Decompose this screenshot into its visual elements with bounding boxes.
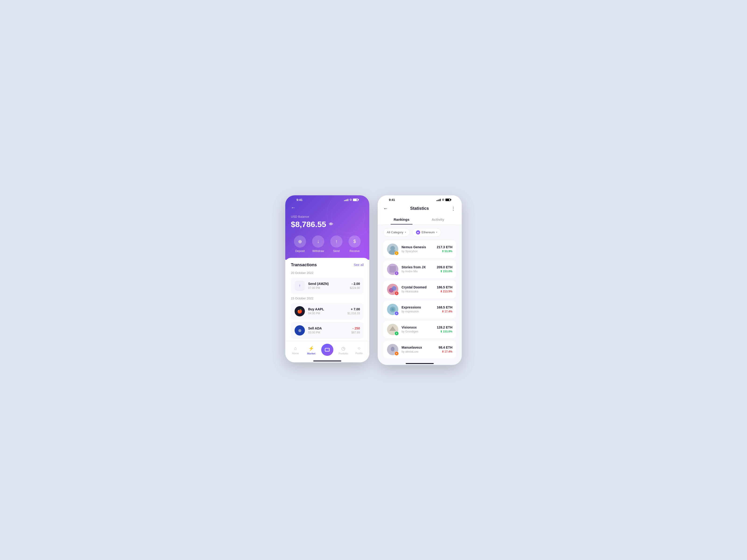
withdraw-label: Withdraw [312,249,324,253]
rank-values-4: 168.5 ETH ⬇ 17.4% [437,305,453,313]
ranking-item-4[interactable]: 4 Expressions by expression 168.5 ETH ⬇ … [383,300,456,318]
tx-icon-apple: 🍎 [294,306,305,316]
send-button[interactable]: ↑ Send [330,235,342,253]
balance-amount: $8,786.55 👁 [291,220,364,229]
up-arrow-icon-1: ⬆ [442,250,444,253]
tx-change-aapl: + 7.00 [347,307,360,311]
rank-name-5: Visionxxx [402,325,434,329]
tab-rankings[interactable]: Rankings [383,215,420,224]
tx-info-sell-ada: Sell ADA 03:00 PM [308,326,348,334]
time-1: 9:41 [297,198,303,202]
filters-row: All Category ▾ ◆ Ethereum ▾ [378,224,462,240]
back-button-2[interactable]: ← [383,206,388,211]
down-arrow-icon-3: ⬇ [440,290,442,293]
rank-pct-2: ⬆ 153.0% [437,270,453,273]
phones-container: 9:41 ⊙ ← USD Balance $8,786.55 [285,195,462,365]
category-filter[interactable]: All Category ▾ [383,228,410,237]
nav-profile[interactable]: ○ Profile [353,346,365,355]
transaction-item-send-amzn[interactable]: ↑ Send (AMZN) 07:00 PM - 2.00 $224.90 [291,277,364,294]
rank-pct-val-2: 153.0% [443,270,453,273]
nav-home-label: Home [292,352,299,355]
date-group-1: 20 October 2022 [291,271,364,275]
rank-by-4: by expression [402,310,434,313]
more-options-button[interactable]: ⋮ [451,206,456,211]
tx-usd-ada: $87.69 [351,331,360,334]
rank-eth-3: 186.5 ETH [437,285,453,289]
rank-values-3: 186.5 ETH ⬇ 213.5% [437,285,453,293]
rank-info-3: Crystal Doomed by Akarasaka [402,285,434,293]
eye-icon[interactable]: 👁 [329,222,333,227]
home-indicator-1 [285,361,369,363]
tx-time-aapl: 04:00 PM [308,312,344,315]
status-bar-1: 9:41 ⊙ [291,195,364,203]
rank-by-3: by Akarasaka [402,290,434,293]
nav-market[interactable]: ⚡ Market [305,346,317,355]
rank-info-6: Manuelaveux by alesiaLuxx [402,346,435,353]
rank-values-1: 217.3 ETH ⬆ 53.9% [437,245,453,253]
svg-point-8 [392,286,396,291]
nav-market-label: Market [307,352,315,355]
nav-portfolio-label: Portfolio [338,352,348,355]
rank-by-1: by Spacybox [402,250,434,253]
rank-avatar-wrap-4: 4 [387,304,398,315]
receive-label: Receive [350,249,360,253]
tx-icon-ada: ◎ [294,325,305,336]
rank-info-1: Nemus Genesis by Spacybox [402,245,434,253]
svg-rect-5 [389,266,396,272]
rank-values-2: 209.0 ETH ⬆ 153.0% [437,265,453,273]
wifi-icon: ⊙ [350,198,352,202]
rank-info-2: Stories from JX by Andre Mix [402,265,434,273]
rank-pct-val-6: 17.4% [444,350,453,353]
rank-name-4: Expressions [402,305,434,309]
withdraw-button[interactable]: ↓ Withdraw [312,235,324,253]
rank-pct-val-4: 17.4% [444,310,453,313]
tx-amounts-aapl: + 7.00 $1,016.33 [347,307,360,315]
rank-eth-2: 209.0 ETH [437,265,453,269]
category-filter-label: All Category [387,231,403,234]
phone2-header: 9:41 ⊙ ← Statistics ⋮ [378,195,462,224]
status-icons-2: ⊙ [437,198,450,202]
statistics-title: Statistics [410,206,429,211]
transactions-header: Transactions See all [291,263,364,267]
rank-by-5: by Grondigen [402,330,434,333]
down-arrow-icon-6: ⬇ [442,350,444,353]
currency-chevron-icon: ▾ [436,231,437,234]
deposit-button[interactable]: ⊕ Deposit [294,235,306,253]
rankings-list: 1 Nemus Genesis by Spacybox 217.3 ETH ⬆ … [378,240,462,358]
svg-rect-0 [325,348,329,351]
nav-wallet-center[interactable] [321,345,333,356]
back-button-1[interactable]: ← [291,203,295,212]
tx-time-ada: 03:00 PM [308,331,348,334]
rank-badge-5: 5 [394,331,399,336]
battery-icon [353,198,358,201]
ranking-item-5[interactable]: 5 Visionxxx by Grondigen 128.2 ETH ⬆ 153… [383,321,456,338]
rank-eth-4: 168.5 ETH [437,305,453,309]
tab-activity[interactable]: Activity [420,215,456,224]
ranking-item-2[interactable]: 2 Stories from JX by Andre Mix 209.0 ETH… [383,260,456,278]
up-arrow-icon-2: ⬆ [440,270,442,273]
svg-point-14 [391,347,394,351]
receive-button[interactable]: $ Receive [349,235,361,253]
ranking-item-1[interactable]: 1 Nemus Genesis by Spacybox 217.3 ETH ⬆ … [383,240,456,258]
transaction-item-sell-ada[interactable]: ◎ Sell ADA 03:00 PM - 250 $87.69 [291,322,364,339]
balance-value: $8,786.55 [291,220,326,229]
nav-portfolio[interactable]: ◷ Portfolio [338,346,349,355]
tx-info-send-amzn: Send (AMZN) 07:00 PM [308,282,347,290]
transactions-title: Transactions [291,263,317,267]
see-all-link[interactable]: See all [354,263,364,267]
tx-change-ada: - 250 [351,326,360,330]
action-buttons: ⊕ Deposit ↓ Withdraw ↑ Send $ Receive [291,235,364,253]
currency-filter[interactable]: ◆ Ethereum ▾ [412,228,441,237]
rank-avatar-wrap-5: 5 [387,324,398,335]
transaction-item-buy-aapl[interactable]: 🍎 Buy AAPL 04:00 PM + 7.00 $1,016.33 [291,303,364,320]
ranking-item-6[interactable]: 6 Manuelaveux by alesiaLuxx 98.4 ETH ⬇ 1… [383,341,456,358]
battery-icon-2 [445,198,450,201]
rank-avatar-wrap-2: 2 [387,264,398,275]
ranking-item-3[interactable]: 3 Crystal Doomed by Akarasaka 186.5 ETH … [383,281,456,298]
nav-home[interactable]: ⌂ Home [290,346,301,355]
market-icon: ⚡ [308,346,314,351]
wallet-center-icon [321,344,333,356]
signal-icon [344,198,348,201]
transactions-body: Transactions See all 20 October 2022 ↑ S… [285,258,369,339]
rank-by-2: by Andre Mix [402,270,434,273]
